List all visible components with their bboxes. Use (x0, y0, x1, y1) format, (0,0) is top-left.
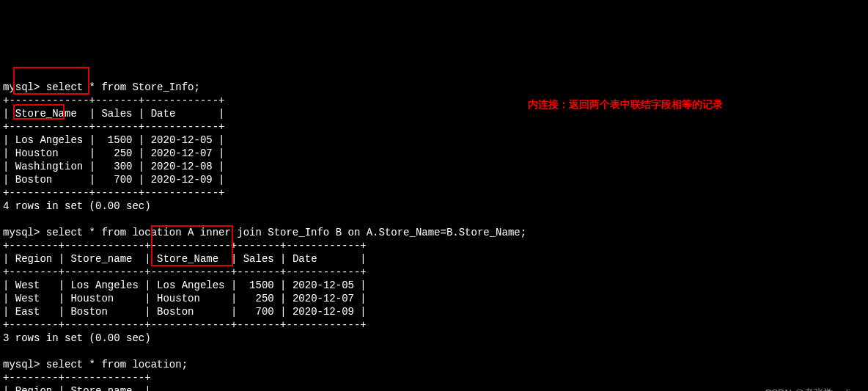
prompt: mysql> (3, 81, 46, 93)
table-border: +--------+-------------+-------------+--… (3, 266, 367, 278)
cell: Houston (157, 293, 200, 304)
prompt: mysql> (3, 359, 46, 370)
prompt: mysql> (3, 227, 46, 238)
cell: West (15, 279, 40, 291)
cell: 300 (114, 161, 132, 172)
cell: Washingtion (15, 161, 83, 172)
cell: 700 (114, 174, 132, 186)
cell: West (15, 293, 40, 304)
col-header: Store_Name (157, 253, 218, 265)
cell: 2020-12-07 (151, 147, 213, 159)
cell: Boston (157, 306, 194, 318)
cell: Los Angeles (15, 134, 83, 146)
col-header: Region (15, 253, 52, 265)
cell: 2020-12-08 (151, 161, 213, 172)
cell: 250 (256, 293, 274, 304)
cell: 250 (114, 147, 132, 159)
cell: Houston (70, 293, 114, 304)
col-header: Date (151, 108, 176, 120)
cell: Houston (15, 147, 59, 159)
col-header: Store_name (70, 253, 132, 265)
sql-query-3: select * from location; (46, 359, 188, 370)
cell: 2020-12-05 (293, 279, 354, 291)
col-header: Date (293, 253, 317, 265)
cell: 1500 (249, 279, 274, 291)
cell: 2020-12-09 (293, 306, 354, 318)
cell: 1500 (108, 134, 133, 146)
col-header: Sales (101, 108, 132, 120)
sql-query-2: select * from location A inner join Stor… (46, 227, 526, 238)
watermark-text: CSDN @老张学coding (765, 387, 861, 391)
col-header: Region (15, 385, 52, 391)
sql-query-1: select * from Store_Info; (46, 81, 200, 93)
rows-footer: 4 rows in set (0.00 sec) (3, 200, 151, 212)
col-header: Sales (243, 253, 274, 265)
cell: 2020-12-05 (151, 134, 213, 146)
annotation-text: 内连接：返回两个表中联结字段相等的记录 (528, 98, 723, 111)
cell: East (15, 306, 40, 318)
col-header: Store_Name (15, 108, 77, 120)
cell: Boston (15, 174, 52, 186)
col-header: Store_name (70, 385, 132, 391)
table-border: +-------------+-------+------------+ (3, 187, 224, 199)
cell: 2020-12-09 (151, 174, 213, 186)
terminal-output: mysql> select * from Store_Info; +------… (0, 66, 868, 391)
cell: Boston (70, 306, 107, 318)
cell: 2020-12-07 (293, 293, 354, 304)
table-border: +--------+-------------+ (3, 372, 151, 384)
table-border: +--------+-------------+-------------+--… (3, 240, 367, 252)
table-border: +-------------+-------+------------+ (3, 95, 224, 106)
table-border: +-------------+-------+------------+ (3, 121, 224, 133)
cell: Los Angeles (157, 279, 224, 291)
rows-footer: 3 rows in set (0.00 sec) (3, 332, 151, 344)
cell: Los Angeles (70, 279, 138, 291)
table-border: +--------+-------------+-------------+--… (3, 319, 367, 331)
cell: 700 (256, 306, 274, 318)
